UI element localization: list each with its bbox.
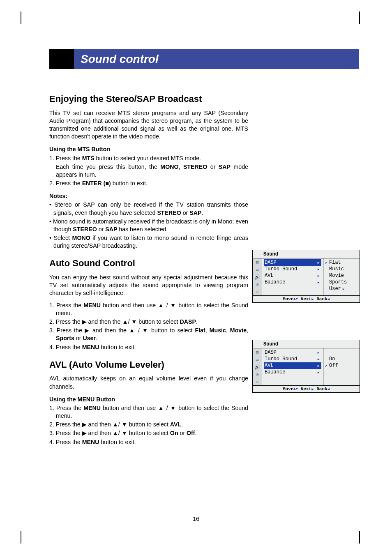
time-icon: ◔ — [254, 281, 261, 287]
sound-icon: 🔊 — [254, 274, 261, 280]
check-icon: ✔ — [325, 363, 329, 368]
arrow-right-icon: ▸ — [316, 350, 321, 356]
time-icon: ◔ — [254, 371, 261, 377]
osd-item-turbo[interactable]: Turbo Sound▸ — [264, 266, 321, 272]
mts-step-2: 2. Press the ENTER (■) button to exit. — [49, 180, 248, 187]
title-chip — [49, 49, 74, 69]
arrow-right-icon: ▸ — [341, 286, 345, 292]
arrow-left-icon: ◀ — [327, 387, 330, 391]
avl-step-2: 2. Press the ▶ and then ▲/ ▼ button to s… — [49, 421, 248, 428]
stereo-sap-intro: This TV set can receive MTS stereo progr… — [49, 109, 248, 141]
arrow-left-icon: ◀ — [327, 297, 330, 302]
check-icon: ✔ — [325, 260, 329, 265]
osd-submenu: ✔Flat Music Movie Sports User▸ — [323, 258, 360, 295]
section-heading-avl: AVL (Auto Volume Leveler) — [49, 359, 248, 371]
arrow-right-icon: ▸ — [316, 273, 321, 279]
asc-step-1: 1. Press the MENU button and then use ▲ … — [49, 302, 248, 317]
osd-category-icons: ▧ ▭ 🔊 ◔ ⌂ — [253, 348, 262, 385]
osd-item-avl[interactable]: AVL▸ — [264, 272, 321, 279]
arrow-right-icon: ▸ — [316, 279, 321, 286]
updown-icon: ▲▼ — [293, 387, 298, 391]
arrow-right-icon: ▸ — [316, 363, 321, 369]
osd-title: Sound — [253, 340, 360, 348]
osd-title: Sound — [253, 250, 360, 258]
updown-icon: ▲▼ — [293, 297, 298, 301]
screen-icon: ▭ — [254, 357, 261, 362]
asc-step-2: 2. Press the ▶ and then the ▲/ ▼ button … — [49, 318, 248, 326]
osd-sub-sports[interactable]: Sports — [325, 279, 358, 286]
avl-step-3: 3. Press the ▶ and then ▲/ ▼ button to s… — [49, 429, 248, 437]
note-1: • Stereo or SAP can only be received if … — [49, 201, 248, 216]
arrow-right-icon: ▶ — [311, 297, 314, 302]
osd-menu-list: DASP▸ Turbo Sound▸ AVL▸ Balance▸ — [262, 348, 323, 385]
page-number: 16 — [0, 515, 392, 522]
subhead-menu-button: Using the MENU Button — [49, 396, 248, 403]
osd-submenu: On ✔Off — [323, 348, 360, 385]
osd-sub-on[interactable]: On — [325, 356, 358, 362]
picture-icon: ▧ — [254, 259, 261, 265]
osd-item-dasp[interactable]: DASP▸ — [264, 349, 321, 356]
osd-footer: Move▲▼ Next▶ Back◀ — [253, 386, 360, 392]
asc-step-4: 4. Press the MENU button to exit. — [49, 343, 248, 351]
osd-sub-music[interactable]: Music — [325, 266, 358, 272]
osd-item-avl[interactable]: AVL▸ — [264, 362, 321, 369]
section-heading-stereo-sap: Enjoying the Stereo/SAP Broadcast — [49, 93, 248, 105]
avl-intro: AVL automatically keeps on an equal volu… — [49, 375, 248, 390]
mts-step-1: 1. Press the MTS button to select your d… — [49, 154, 248, 162]
osd-sound-dasp: Sound ▧ ▭ 🔊 ◔ ⌂ DASP▸ Turbo Sound▸ AVL▸ … — [252, 250, 360, 303]
sound-icon: 🔊 — [254, 364, 261, 370]
osd-sub-off[interactable]: ✔Off — [325, 362, 358, 369]
osd-item-balance[interactable]: Balance▸ — [264, 369, 321, 375]
note-2: • Mono sound is automatically received i… — [49, 218, 248, 233]
page-title: Sound control — [74, 49, 359, 69]
osd-category-icons: ▧ ▭ 🔊 ◔ ⌂ — [253, 258, 262, 295]
mts-step-1-cont: Each time you press this button, the MON… — [49, 163, 248, 179]
asc-step-3: 3. Press the ▶ and then the ▲ / ▼ button… — [49, 327, 248, 342]
osd-item-dasp[interactable]: DASP▸ — [264, 259, 321, 266]
osd-footer: Move▲▼ Next▶ Back◀ — [253, 296, 360, 302]
auto-sound-intro: You can enjoy the best sound without any… — [49, 274, 248, 297]
note-3: • Select MONO if you want to listen to m… — [49, 234, 248, 250]
arrow-right-icon: ▶ — [311, 387, 314, 391]
subhead-notes: Notes: — [49, 192, 248, 200]
osd-sub-flat[interactable]: ✔Flat — [325, 259, 358, 266]
arrow-right-icon: ▸ — [316, 356, 321, 362]
section-heading-auto-sound: Auto Sound Control — [49, 257, 248, 269]
osd-item-balance[interactable]: Balance▸ — [264, 279, 321, 286]
osd-sub-movie[interactable]: Movie — [325, 272, 358, 279]
osd-sub-user[interactable]: User▸ — [325, 286, 358, 292]
osd-sound-avl: Sound ▧ ▭ 🔊 ◔ ⌂ DASP▸ Turbo Sound▸ AVL▸ … — [252, 340, 360, 393]
lock-icon: ⌂ — [254, 289, 261, 295]
arrow-right-icon: ▸ — [316, 266, 321, 272]
picture-icon: ▧ — [254, 349, 261, 355]
avl-step-4: 4. Press the MENU button to exit. — [49, 438, 248, 446]
subhead-mts-button: Using the MTS Button — [49, 145, 248, 153]
avl-step-1: 1. Press the MENU button and then use ▲ … — [49, 404, 248, 420]
title-bar: Sound control — [49, 49, 359, 69]
lock-icon: ⌂ — [254, 379, 261, 385]
osd-menu-list: DASP▸ Turbo Sound▸ AVL▸ Balance▸ — [262, 258, 323, 295]
arrow-right-icon: ▸ — [316, 260, 321, 266]
osd-item-turbo[interactable]: Turbo Sound▸ — [264, 356, 321, 362]
arrow-right-icon: ▸ — [316, 369, 321, 375]
main-text-column: Enjoying the Stereo/SAP Broadcast This T… — [49, 85, 248, 447]
screen-icon: ▭ — [254, 267, 261, 272]
